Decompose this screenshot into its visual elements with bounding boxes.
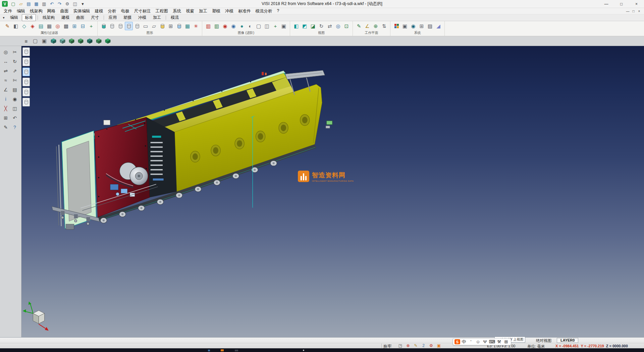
mask-icon[interactable]: ▩: [62, 22, 70, 30]
group-icon[interactable]: ⊞: [70, 22, 78, 30]
view-zoom-icon[interactable]: ◎: [334, 22, 342, 30]
match-properties-icon[interactable]: ◧: [12, 22, 20, 30]
shaded-edges-cube-icon[interactable]: [76, 37, 85, 45]
target-blue-icon[interactable]: ◉: [229, 22, 237, 30]
filter-cylinder-6-icon[interactable]: [22, 98, 30, 106]
filter-cylinder-3-icon[interactable]: [22, 68, 30, 76]
offset-icon[interactable]: ≈: [2, 76, 10, 84]
view-top-icon[interactable]: ◩: [301, 22, 309, 30]
menu-item-2[interactable]: 编辑: [14, 8, 28, 14]
menu-item-14[interactable]: 加工: [197, 8, 210, 14]
tab[interactable]: 塑膜: [120, 14, 135, 21]
filter-cylinder-2-icon[interactable]: [22, 57, 30, 66]
sphere-icon[interactable]: ●: [238, 22, 246, 30]
delete-icon[interactable]: ╳: [2, 104, 10, 113]
hatch-icon[interactable]: ▨: [426, 22, 434, 30]
help-icon[interactable]: ?: [11, 123, 19, 131]
print-icon[interactable]: ▥: [41, 1, 48, 7]
ime-grid-icon[interactable]: ⊞: [503, 339, 509, 345]
array-icon[interactable]: ⊞: [2, 114, 10, 122]
menu-item-8[interactable]: 分析: [106, 8, 119, 14]
empty-box-icon[interactable]: ▢: [31, 37, 39, 45]
target-red-icon[interactable]: ◉: [221, 22, 229, 30]
select-icon[interactable]: ◎: [2, 48, 10, 56]
view-fit-icon[interactable]: ⊡: [342, 22, 351, 30]
monitor-icon[interactable]: ▣: [401, 22, 409, 30]
filter-cylinder-5-icon[interactable]: [22, 88, 30, 96]
layer-selector[interactable]: LAYER0: [557, 338, 578, 343]
child-close-button[interactable]: ×: [636, 9, 642, 14]
color-filter-icon[interactable]: ◈: [29, 22, 37, 30]
globe-icon[interactable]: ◉: [409, 22, 417, 30]
cylinder-gold-icon[interactable]: [158, 22, 166, 30]
view-list-icon[interactable]: ≡: [22, 37, 30, 45]
new-file-icon[interactable]: ▢: [10, 1, 17, 7]
taskbar-app-icon[interactable]: [221, 349, 224, 351]
gallery-icon[interactable]: ▣: [280, 22, 288, 30]
box-outline-icon[interactable]: ▭: [142, 22, 150, 30]
element-filter-icon[interactable]: ▦: [45, 22, 53, 30]
menu-item-5[interactable]: 曲面: [58, 8, 71, 14]
printer-3d-icon[interactable]: ▣: [435, 343, 442, 348]
tab[interactable]: 编辑: [7, 14, 21, 21]
gear-red-icon[interactable]: ⚙: [428, 343, 435, 348]
add-image-icon[interactable]: +: [271, 22, 279, 30]
settings-icon[interactable]: ⚙: [64, 1, 71, 7]
capture-icon[interactable]: ◫: [71, 1, 78, 7]
menu-item-15[interactable]: 塑模: [210, 8, 223, 14]
tab[interactable]: 模流: [168, 14, 182, 21]
halftone-icon[interactable]: ◐: [246, 22, 254, 30]
ime-emoji-icon[interactable]: ☺: [475, 339, 481, 345]
frame-icon[interactable]: ▢: [255, 22, 263, 30]
ime-toolbox-icon[interactable]: ⚒: [496, 339, 502, 345]
tab[interactable]: 曲面: [73, 14, 87, 21]
edit-pen-icon[interactable]: ✎: [412, 343, 419, 348]
workplane-angle-icon[interactable]: ∠: [363, 22, 371, 30]
zoom-tool-icon[interactable]: ◉: [11, 95, 19, 103]
cylinder-blue-icon[interactable]: [175, 22, 183, 30]
selection-box-icon[interactable]: ▣: [40, 37, 48, 45]
render-settings-icon[interactable]: ▦: [183, 22, 192, 30]
transparent-cube-icon[interactable]: [86, 37, 94, 45]
view-rotate-icon[interactable]: ↻: [317, 22, 325, 30]
surface-icon[interactable]: ◢: [434, 22, 442, 30]
filter-cylinder-4-icon[interactable]: [22, 78, 30, 86]
close-button[interactable]: ×: [629, 0, 644, 8]
layer-filter-icon[interactable]: ▤: [37, 22, 45, 30]
selection-target-icon[interactable]: ◎: [54, 22, 62, 30]
view-pan-icon[interactable]: ⇄: [326, 22, 334, 30]
sogou-logo-icon[interactable]: S: [454, 339, 460, 344]
menu-item-11[interactable]: 工程图: [153, 8, 171, 14]
menu-item-4[interactable]: 网格: [45, 8, 58, 14]
render-cube-icon[interactable]: [104, 37, 112, 45]
tab[interactable]: 尺寸: [88, 14, 102, 21]
filter-cylinder-1-icon[interactable]: [22, 47, 30, 56]
menu-item-13[interactable]: 视窗: [183, 8, 197, 14]
ime-lang-icon[interactable]: 中: [461, 339, 467, 345]
cylinder-edges-icon[interactable]: [116, 22, 124, 30]
annotate-icon[interactable]: ✎: [2, 123, 10, 131]
layers-icon[interactable]: ◫: [263, 22, 271, 30]
menu-item-18[interactable]: 模流分析: [253, 8, 275, 14]
cylinder-teal-icon[interactable]: [100, 22, 108, 30]
view-iso-icon[interactable]: ◪: [309, 22, 317, 30]
menu-item-12[interactable]: 系统: [170, 8, 183, 14]
snap-icon[interactable]: ◳: [397, 343, 404, 348]
scissors-icon[interactable]: ✂: [11, 48, 19, 56]
plane-icon[interactable]: ▱: [150, 22, 158, 30]
cylinder-shaded-icon[interactable]: [108, 22, 116, 30]
grid-display-icon[interactable]: ⊞: [167, 22, 175, 30]
menu-item-3[interactable]: 线架构: [28, 8, 45, 14]
trim-icon[interactable]: ✄: [11, 76, 19, 84]
minimize-button[interactable]: —: [599, 0, 614, 8]
undo-tool-icon[interactable]: ↶: [11, 114, 19, 122]
ungroup-icon[interactable]: ⊟: [79, 22, 87, 30]
workplane-create-icon[interactable]: ✎: [355, 22, 363, 30]
menu-item-19[interactable]: ?: [275, 8, 282, 14]
cylinder-selected-icon[interactable]: [125, 22, 133, 30]
system-colors-icon[interactable]: [392, 22, 400, 30]
burst-icon[interactable]: ✳: [192, 22, 200, 30]
cylinder-hidden-icon[interactable]: [133, 22, 141, 30]
reset-filter-icon[interactable]: +: [87, 22, 95, 30]
tab[interactable]: 冲模: [135, 14, 149, 21]
